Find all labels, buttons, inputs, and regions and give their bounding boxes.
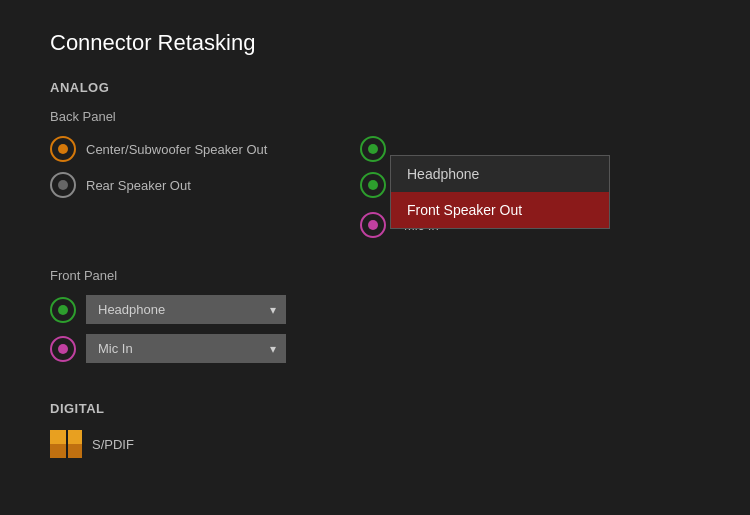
spdif-icon <box>50 430 82 458</box>
analog-label: ANALOG <box>50 80 700 95</box>
spdif-label: S/PDIF <box>92 437 134 452</box>
center-sub-label: Center/Subwoofer Speaker Out <box>86 142 350 157</box>
popup-item-front-speaker-out[interactable]: Front Speaker Out <box>391 192 609 228</box>
micin-dropdown[interactable]: Mic In Line In <box>86 334 286 363</box>
jack-inner-green-1 <box>368 180 378 190</box>
front-panel-rows: Headphone Front Speaker Out ▾ Mic In <box>50 295 700 373</box>
jack-inner-green-0 <box>368 144 378 154</box>
fp-jack-inner-pink <box>58 344 68 354</box>
digital-label: DIGITAL <box>50 401 700 416</box>
popup-dropdown: Headphone Front Speaker Out <box>390 155 610 229</box>
jack-green-1 <box>360 172 386 198</box>
page-container: Connector Retasking ANALOG Back Panel Ce… <box>0 0 750 488</box>
headphone-dropdown[interactable]: Headphone Front Speaker Out <box>86 295 286 324</box>
jack-pink <box>360 212 386 238</box>
bp-left-1: Rear Speaker Out <box>50 172 350 198</box>
spdif-divider <box>66 430 68 458</box>
jack-gray <box>50 172 76 198</box>
spdif-row: S/PDIF <box>50 430 700 458</box>
fp-jack-inner-green <box>58 305 68 315</box>
fp-row-micin: Mic In Line In ▾ <box>50 334 700 363</box>
fp-row-headphone: Headphone Front Speaker Out ▾ <box>50 295 700 324</box>
jack-green-0 <box>360 136 386 162</box>
back-panel-label: Back Panel <box>50 109 700 124</box>
digital-section: DIGITAL S/PDIF <box>50 401 700 458</box>
page-title: Connector Retasking <box>50 30 700 56</box>
fp-jack-green <box>50 297 76 323</box>
front-panel-label: Front Panel <box>50 268 700 283</box>
bp-left-0: Center/Subwoofer Speaker Out <box>50 136 350 162</box>
front-panel: Front Panel Headphone Front Speaker Out … <box>50 268 700 373</box>
jack-inner-gray <box>58 180 68 190</box>
rear-speaker-label: Rear Speaker Out <box>86 178 350 193</box>
fp-jack-pink <box>50 336 76 362</box>
jack-inner-pink <box>368 220 378 230</box>
jack-inner <box>58 144 68 154</box>
popup-item-headphone[interactable]: Headphone <box>391 156 609 192</box>
jack-orange <box>50 136 76 162</box>
micin-dropdown-wrapper[interactable]: Mic In Line In ▾ <box>86 334 286 363</box>
headphone-dropdown-wrapper[interactable]: Headphone Front Speaker Out ▾ <box>86 295 286 324</box>
